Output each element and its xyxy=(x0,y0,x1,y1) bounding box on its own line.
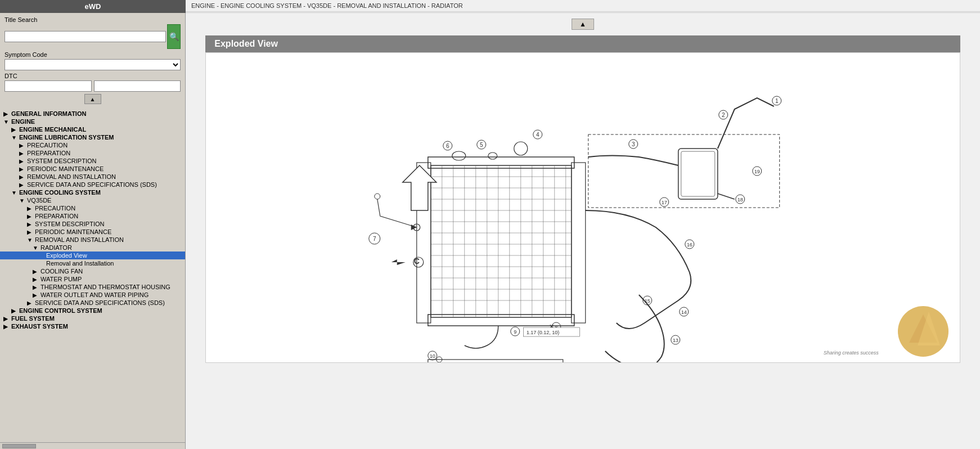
tree-arrow-21: ▶ xyxy=(33,276,38,282)
tree-label-10: ENGINE COOLING SYSTEM xyxy=(19,189,101,196)
tree-arrow-9: ▶ xyxy=(19,182,25,188)
tree-label-14: SYSTEM DESCRIPTION xyxy=(35,221,104,227)
tree-arrow-8: ▶ xyxy=(19,174,25,180)
svg-rect-25 xyxy=(428,157,574,168)
dtc-input-2[interactable] xyxy=(94,80,181,92)
svg-point-30 xyxy=(375,194,380,199)
tree-item-1[interactable]: ▼ENGINE xyxy=(0,118,185,125)
tree-label-15: PERIODIC MAINTENANCE xyxy=(35,228,111,235)
tree-label-16: REMOVAL AND INSTALLATION xyxy=(35,236,124,243)
tree-label-12: PRECAUTION xyxy=(35,205,75,212)
tree-item-27[interactable]: ▶EXHAUST SYSTEM xyxy=(0,322,185,330)
tree-label-1: ENGINE xyxy=(11,118,35,125)
tree-label-26: FUEL SYSTEM xyxy=(11,315,55,322)
svg-rect-44 xyxy=(681,151,715,196)
tree-item-21[interactable]: ▶WATER PUMP xyxy=(0,275,185,283)
tree-arrow-14: ▶ xyxy=(27,221,33,227)
watermark: Sharing creates success xyxy=(887,312,954,357)
content-area: ▲ Exploded View xyxy=(186,13,980,449)
svg-point-34 xyxy=(452,151,466,160)
tree-item-16[interactable]: ▼REMOVAL AND INSTALLATION xyxy=(0,236,185,244)
tree-label-19: Removal and Installation xyxy=(46,260,114,267)
app-title: eWD xyxy=(0,0,186,13)
tree-arrow-15: ▶ xyxy=(27,229,33,235)
tree-item-11[interactable]: ▼VQ35DE xyxy=(0,196,185,204)
tree-item-3[interactable]: ▼ENGINE LUBRICATION SYSTEM xyxy=(0,133,185,141)
tree-label-11: VQ35DE xyxy=(27,197,51,204)
svg-text:3: 3 xyxy=(632,141,635,147)
tree-label-17: RADIATOR xyxy=(41,244,72,251)
scroll-up-button[interactable]: ▲ xyxy=(572,19,594,30)
tree-item-4[interactable]: ▶PRECAUTION xyxy=(0,141,185,149)
svg-text:5: 5 xyxy=(480,142,483,148)
tree-label-20: COOLING FAN xyxy=(41,268,83,275)
svg-marker-61 xyxy=(392,259,406,265)
tree-item-26[interactable]: ▶FUEL SYSTEM xyxy=(0,315,185,322)
tree-item-22[interactable]: ▶THERMOSTAT AND THERMOSTAT HOUSING xyxy=(0,283,185,291)
tree-arrow-10: ▼ xyxy=(11,190,17,196)
tree-label-24: SERVICE DATA AND SPECIFICATIONS (SDS) xyxy=(35,299,165,306)
watermark-text: Sharing creates success xyxy=(824,350,891,356)
search-button[interactable]: 🔍 xyxy=(167,24,181,49)
tree-arrow-25: ▶ xyxy=(11,308,17,314)
svg-point-40 xyxy=(514,142,528,155)
tree-arrow-20: ▶ xyxy=(33,268,38,275)
tree-item-17[interactable]: ▼RADIATOR xyxy=(0,244,185,252)
svg-rect-0 xyxy=(431,165,572,317)
tree-item-9[interactable]: ▶SERVICE DATA AND SPECIFICATIONS (SDS) xyxy=(0,181,185,188)
tree-item-13[interactable]: ▶PREPARATION xyxy=(0,212,185,220)
svg-text:1: 1 xyxy=(775,98,779,104)
tree-label-27: EXHAUST SYSTEM xyxy=(11,323,68,330)
tree-arrow-0: ▶ xyxy=(3,111,9,117)
svg-rect-69 xyxy=(428,360,563,362)
diagram-svg: 7 6 5 4 xyxy=(206,53,959,362)
symptom-code-label: Symptom Code xyxy=(5,51,181,58)
dtc-input-1[interactable] xyxy=(5,80,92,92)
tree-item-23[interactable]: ▶WATER OUTLET AND WATER PIPING xyxy=(0,291,185,299)
svg-text:7: 7 xyxy=(373,236,376,242)
tree-item-18[interactable]: Exploded View xyxy=(0,252,185,259)
tree-item-2[interactable]: ▶ENGINE MECHANICAL xyxy=(0,125,185,133)
tree-item-0[interactable]: ▶GENERAL INFORMATION xyxy=(0,110,185,118)
search-icon: 🔍 xyxy=(169,32,179,41)
tree-arrow-24: ▶ xyxy=(27,300,33,306)
tree-arrow-1: ▼ xyxy=(3,119,9,125)
tree-item-15[interactable]: ▶PERIODIC MAINTENANCE xyxy=(0,228,185,236)
svg-text:10: 10 xyxy=(430,353,435,359)
tree-item-25[interactable]: ▶ENGINE CONTROL SYSTEM xyxy=(0,307,185,315)
tree-arrow-12: ▶ xyxy=(27,205,33,212)
tree-arrow-13: ▶ xyxy=(27,213,33,219)
title-search-label: Title Search xyxy=(5,16,181,23)
tree-label-7: PERIODIC MAINTENANCE xyxy=(27,165,104,172)
tree-item-7[interactable]: ▶PERIODIC MAINTENANCE xyxy=(0,165,185,173)
tree-arrow-26: ▶ xyxy=(3,316,9,322)
symptom-code-select[interactable] xyxy=(5,59,181,70)
tree-item-10[interactable]: ▼ENGINE COOLING SYSTEM xyxy=(0,188,185,196)
tree-item-19[interactable]: Removal and Installation xyxy=(0,259,185,267)
diagram-container: 7 6 5 4 xyxy=(205,52,960,363)
tree-label-3: ENGINE LUBRICATION SYSTEM xyxy=(19,134,114,141)
tree-container: ▶GENERAL INFORMATION▼ENGINE▶ENGINE MECHA… xyxy=(0,109,185,442)
tree-item-12[interactable]: ▶PRECAUTION xyxy=(0,204,185,212)
title-search-input[interactable] xyxy=(5,31,166,42)
svg-text:16: 16 xyxy=(687,242,693,248)
horizontal-scrollbar[interactable] xyxy=(0,442,185,449)
tree-item-6[interactable]: ▶SYSTEM DESCRIPTION xyxy=(0,157,185,165)
tree-arrow-5: ▶ xyxy=(19,150,25,156)
tree-arrow-27: ▶ xyxy=(3,324,9,330)
tree-item-24[interactable]: ▶SERVICE DATA AND SPECIFICATIONS (SDS) xyxy=(0,299,185,307)
collapse-button[interactable]: ▲ xyxy=(84,94,101,104)
tree-arrow-3: ▼ xyxy=(11,134,17,141)
tree-item-8[interactable]: ▶REMOVAL AND INSTALLATION xyxy=(0,173,185,181)
tree-arrow-2: ▶ xyxy=(11,127,17,133)
tree-item-14[interactable]: ▶SYSTEM DESCRIPTION xyxy=(0,220,185,228)
tree-label-22: THERMOSTAT AND THERMOSTAT HOUSING xyxy=(41,284,170,290)
tree-item-20[interactable]: ▶COOLING FAN xyxy=(0,267,185,275)
tree-label-6: SYSTEM DESCRIPTION xyxy=(27,158,96,164)
svg-text:19: 19 xyxy=(754,169,760,174)
tree-item-5[interactable]: ▶PREPARATION xyxy=(0,149,185,157)
tree-label-4: PRECAUTION xyxy=(27,142,68,149)
svg-point-37 xyxy=(488,152,497,159)
svg-rect-28 xyxy=(572,163,586,323)
tree-label-0: GENERAL INFORMATION xyxy=(11,110,86,117)
